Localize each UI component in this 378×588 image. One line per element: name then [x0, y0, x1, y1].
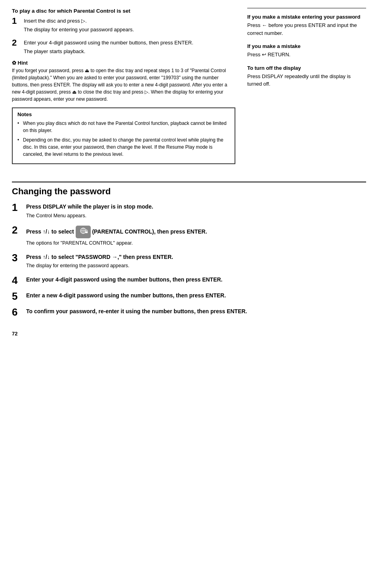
- cp-step-5-number: 5: [12, 291, 26, 301]
- cp-step-2-content: Press ↑/↓ to select: [26, 225, 366, 247]
- mistake-general-title: If you make a mistake: [247, 43, 366, 49]
- mistake-password-block: If you make a mistake entering your pass…: [247, 14, 366, 37]
- right-column: If you make a mistake entering your pass…: [247, 8, 366, 169]
- hint-section: ✿ Hint If you forget your password, pres…: [12, 60, 235, 103]
- page-number: 72: [12, 331, 366, 337]
- notes-label: Notes: [17, 111, 230, 117]
- cp-step-5-content: Enter a new 4-digit password using the n…: [26, 291, 366, 301]
- cp-step-6: 6 To confirm your password, re-enter it …: [12, 307, 366, 317]
- cp-step-2-main: Press ↑/↓ to select: [26, 226, 366, 238]
- note-item-2: Depending on the disc, you may be asked …: [17, 136, 230, 158]
- parental-control-icon: [76, 226, 91, 238]
- turn-off-display-block: To turn off the display Press DISPLAY re…: [247, 65, 366, 88]
- cp-step-3-content: Press ↑/↓ to select "PASSWORD →," then p…: [26, 253, 366, 270]
- left-column: To play a disc for which Parental Contro…: [12, 8, 235, 169]
- main-divider: [12, 182, 366, 182]
- step-1: 1 Insert the disc and press ▷. The displ…: [12, 16, 235, 34]
- hint-title: ✿ Hint: [12, 60, 235, 66]
- step-2-content: Enter your 4-digit password using the nu…: [24, 38, 235, 56]
- cp-step-3: 3 Press ↑/↓ to select "PASSWORD →," then…: [12, 253, 366, 270]
- turn-off-display-text: Press DISPLAY repeatedly until the displ…: [247, 73, 366, 88]
- cp-step-1: 1 Press DISPLAY while the player is in s…: [12, 202, 366, 219]
- cp-step-2-number: 2: [12, 225, 26, 235]
- mistake-password-title: If you make a mistake entering your pass…: [247, 14, 366, 20]
- cp-step-6-main: To confirm your password, re-enter it us…: [26, 308, 366, 316]
- changing-password-section: Changing the password 1 Press DISPLAY wh…: [12, 186, 366, 323]
- cp-step-6-number: 6: [12, 307, 26, 317]
- cp-step-3-number: 3: [12, 253, 26, 263]
- cp-step-1-content: Press DISPLAY while the player is in sto…: [26, 202, 366, 219]
- turn-off-display-title: To turn off the display: [247, 65, 366, 71]
- step-2-sub: The player starts playback.: [24, 48, 235, 56]
- mistake-general-block: If you make a mistake Press ↩ RETURN.: [247, 43, 366, 59]
- top-section: To play a disc for which Parental Contro…: [12, 8, 366, 169]
- mistake-general-text: Press ↩ RETURN.: [247, 51, 366, 59]
- hint-text: If you forget your password, press ⏏ to …: [12, 67, 235, 103]
- step-1-number: 1: [12, 16, 24, 26]
- cp-step-4-number: 4: [12, 275, 26, 285]
- step-1-content: Insert the disc and press ▷. The display…: [24, 16, 235, 34]
- cp-step-3-sub: The display for entering the password ap…: [26, 262, 366, 270]
- cp-step-5-main: Enter a new 4-digit password using the n…: [26, 292, 366, 300]
- note-item-1: When you play discs which do not have th…: [17, 120, 230, 134]
- changing-password-title: Changing the password: [12, 186, 366, 197]
- cp-step-4-main: Enter your 4-digit password using the nu…: [26, 276, 366, 284]
- page-container: To play a disc for which Parental Contro…: [12, 8, 366, 337]
- cp-step-1-number: 1: [12, 202, 26, 213]
- cp-step-3-main: Press ↑/↓ to select "PASSWORD →," then p…: [26, 253, 366, 261]
- notes-box: Notes When you play discs which do not h…: [12, 107, 235, 164]
- step-2-number: 2: [12, 38, 24, 48]
- step-2-main: Enter your 4-digit password using the nu…: [24, 39, 235, 47]
- cp-step-2: 2 Press ↑/↓ to select: [12, 225, 366, 247]
- cp-step-5: 5 Enter a new 4-digit password using the…: [12, 291, 366, 301]
- cp-step-1-sub: The Control Menu appears.: [26, 212, 366, 220]
- right-col-divider: [247, 8, 366, 8]
- cp-step-4-content: Enter your 4-digit password using the nu…: [26, 275, 366, 285]
- cp-step-2-sub: The options for "PARENTAL CONTROL" appea…: [26, 239, 366, 247]
- top-section-title: To play a disc for which Parental Contro…: [12, 8, 235, 14]
- mistake-password-text: Press ← before you press ENTER and input…: [247, 21, 366, 37]
- step-2: 2 Enter your 4-digit password using the …: [12, 38, 235, 56]
- step-1-main: Insert the disc and press ▷.: [24, 17, 235, 25]
- cp-step-1-main: Press DISPLAY while the player is in sto…: [26, 203, 366, 211]
- cp-step-6-content: To confirm your password, re-enter it us…: [26, 307, 366, 317]
- cp-step-4: 4 Enter your 4-digit password using the …: [12, 275, 366, 285]
- svg-rect-5: [85, 232, 88, 233]
- step-1-sub: The display for entering your password a…: [24, 26, 235, 34]
- notes-list: When you play discs which do not have th…: [17, 120, 230, 158]
